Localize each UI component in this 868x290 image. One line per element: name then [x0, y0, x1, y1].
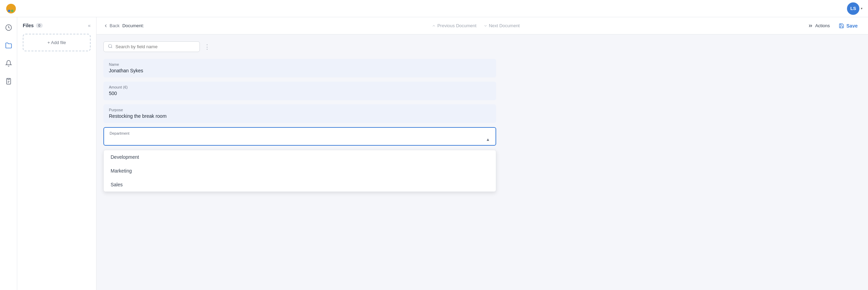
svg-point-4 [109, 44, 112, 48]
next-document-button[interactable]: Next Document [483, 23, 520, 28]
save-button[interactable]: Save [835, 21, 861, 31]
back-button[interactable]: Back [103, 23, 120, 28]
logo-area [6, 3, 17, 14]
previous-document-button[interactable]: Previous Document [432, 23, 476, 28]
purpose-field: Purpose Restocking the break room [103, 104, 496, 123]
search-bar: ⋮ [103, 41, 861, 52]
doc-header: Back Document: Previous Document Next Do… [96, 17, 868, 34]
purpose-value: Restocking the break room [109, 113, 491, 119]
dropdown-item-development[interactable]: Development [104, 150, 496, 164]
name-value: Jonathan Sykes [109, 68, 491, 73]
dropdown-item-sales[interactable]: Sales [104, 178, 496, 191]
amount-field: Amount (€) 500 [103, 82, 496, 100]
department-field[interactable]: Department ▲ [103, 127, 496, 146]
department-input-row: ▲ [110, 137, 490, 142]
main-layout: Files 0 « + Add file Back Document: [0, 17, 868, 290]
add-file-button[interactable]: + Add file [23, 34, 91, 51]
amount-label: Amount (€) [109, 85, 491, 89]
avatar: LS [847, 2, 859, 15]
more-options-button[interactable]: ⋮ [203, 42, 212, 52]
top-bar: LS ▾ [0, 0, 868, 17]
search-input-wrap[interactable] [103, 41, 200, 52]
purpose-label: Purpose [109, 108, 491, 112]
dropdown-item-marketing[interactable]: Marketing [104, 164, 496, 178]
icon-sidebar [0, 17, 17, 290]
back-label: Back [110, 23, 120, 28]
department-dropdown: Development Marketing Sales [103, 150, 496, 192]
document-area: Back Document: Previous Document Next Do… [96, 17, 868, 290]
sidebar-item-folder[interactable] [2, 39, 15, 52]
doc-header-right: Actions Save [808, 21, 861, 31]
doc-header-left: Back Document: [103, 23, 144, 28]
doc-content: ⋮ Name Jonathan Sykes Amount (€) 500 Pur… [96, 34, 868, 290]
files-title: Files 0 [23, 23, 43, 28]
sidebar-item-clipboard[interactable] [2, 75, 15, 87]
files-panel: Files 0 « + Add file [17, 17, 96, 290]
user-menu[interactable]: LS ▾ [847, 2, 862, 15]
name-field: Name Jonathan Sykes [103, 59, 496, 77]
department-label: Department [110, 131, 490, 135]
chevron-down-icon: ▾ [861, 7, 862, 10]
svg-line-5 [111, 47, 112, 48]
doc-nav: Previous Document Next Document [432, 23, 520, 28]
search-icon [108, 44, 113, 50]
files-count-badge: 0 [36, 23, 43, 28]
chevron-up-icon: ▲ [486, 137, 490, 142]
amount-value: 500 [109, 91, 491, 96]
actions-menu[interactable]: Actions [808, 23, 830, 29]
form-fields: Name Jonathan Sykes Amount (€) 500 Purpo… [103, 59, 496, 192]
sidebar-item-bell[interactable] [2, 57, 15, 70]
files-header: Files 0 « [23, 23, 91, 28]
department-input[interactable] [110, 137, 486, 142]
collapse-panel-button[interactable]: « [88, 23, 91, 28]
app-logo [6, 3, 17, 14]
svg-rect-1 [8, 79, 9, 80]
name-label: Name [109, 62, 491, 66]
sidebar-item-clock[interactable] [2, 21, 15, 34]
document-title: Document: [122, 23, 144, 28]
search-input[interactable] [115, 44, 195, 49]
files-label: Files [23, 23, 34, 28]
